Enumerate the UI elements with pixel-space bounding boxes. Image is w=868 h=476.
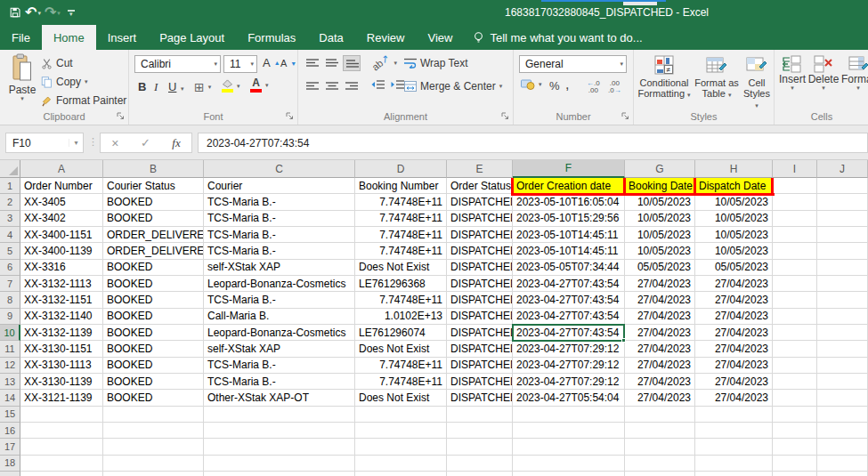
cell-I5[interactable] <box>773 243 817 259</box>
cell-I6[interactable] <box>773 260 817 276</box>
cell-C2[interactable]: TCS-Maria B.- <box>204 194 355 210</box>
cell-H1[interactable]: Dispatch Date <box>695 178 773 194</box>
cell-H17[interactable] <box>695 439 773 455</box>
cell-E13[interactable]: DISPATCHED <box>447 374 513 390</box>
cell-G8[interactable]: 27/04/2023 <box>625 292 695 308</box>
cell-D13[interactable]: 7.74748E+11 <box>355 374 447 390</box>
delete-cells-button[interactable]: Delete ▾ <box>808 55 839 91</box>
underline-caret-icon[interactable]: ▾ <box>181 86 184 92</box>
cell-D2[interactable]: 7.74748E+11 <box>355 194 447 210</box>
orientation-button[interactable]: ab↗ ▾ <box>371 57 397 69</box>
cell-A11[interactable]: XX-3130-1151 <box>20 341 103 357</box>
cell-F13[interactable]: 2023-04-27T07:29:12 <box>513 374 625 390</box>
cell-A15[interactable] <box>20 407 103 423</box>
cell-B4[interactable]: ORDER_DELIVERED <box>103 227 204 243</box>
font-name-combo[interactable]: Calibri▾ <box>134 55 221 73</box>
cell-I1[interactable] <box>773 178 817 194</box>
align-center-button[interactable] <box>323 78 341 94</box>
cell-E14[interactable]: DISPATCHED <box>447 390 513 406</box>
cell-B12[interactable]: BOOKED <box>103 358 204 374</box>
align-right-button[interactable] <box>343 78 361 94</box>
cell-G14[interactable]: 27/04/2023 <box>625 390 695 406</box>
row-header-7[interactable]: 7 <box>0 276 20 292</box>
row-header-14[interactable]: 14 <box>0 390 20 406</box>
cell-J4[interactable] <box>817 227 868 243</box>
row-header-4[interactable]: 4 <box>0 227 20 243</box>
align-middle-button[interactable] <box>323 55 341 71</box>
enter-icon[interactable]: ✓ <box>141 136 150 149</box>
cell-A19[interactable] <box>20 472 103 476</box>
insert-function-icon[interactable]: fx <box>172 136 180 150</box>
merge-center-button[interactable]: Merge & Center ▾ <box>404 80 502 93</box>
cell-G6[interactable]: 05/05/2023 <box>625 260 695 276</box>
tab-page-layout[interactable]: Page Layout <box>148 25 236 50</box>
cell-C10[interactable]: Leopard-Bonanza-Cosmetics <box>204 325 355 341</box>
cell-I10[interactable] <box>773 325 817 341</box>
tab-home[interactable]: Home <box>42 25 96 50</box>
tab-data[interactable]: Data <box>307 25 354 50</box>
cell-G7[interactable]: 27/04/2023 <box>625 276 695 292</box>
conditional-formatting-button[interactable]: ≠ ConditionalFormatting ▾ <box>636 54 693 99</box>
formula-input[interactable]: 2023-04-27T07:43:54 <box>198 133 868 153</box>
cell-A5[interactable]: XX-3400-1139 <box>20 243 103 259</box>
cell-B19[interactable] <box>103 472 204 476</box>
column-header-I[interactable]: I <box>773 160 817 178</box>
cell-E3[interactable]: DISPATCHED <box>447 211 513 227</box>
row-header-8[interactable]: 8 <box>0 292 20 308</box>
cell-C13[interactable]: TCS-Maria B.- <box>204 374 355 390</box>
cell-E15[interactable] <box>447 407 513 423</box>
cell-B1[interactable]: Courier Status <box>103 178 204 194</box>
cell-G15[interactable] <box>625 407 695 423</box>
undo-button[interactable]: ↶▾ <box>25 5 41 20</box>
cell-C7[interactable]: Leopard-Bonanza-Cosmetics <box>204 276 355 292</box>
cell-F9[interactable]: 2023-04-27T07:43:54 <box>513 309 625 325</box>
cell-I12[interactable] <box>773 358 817 374</box>
row-header-13[interactable]: 13 <box>0 374 20 390</box>
row-header-11[interactable]: 11 <box>0 341 20 357</box>
cell-D17[interactable] <box>355 439 447 455</box>
cell-I17[interactable] <box>773 439 817 455</box>
undo-caret-icon[interactable]: ▾ <box>37 10 41 16</box>
italic-button[interactable]: I <box>154 80 158 94</box>
cell-F15[interactable] <box>513 407 625 423</box>
tab-insert[interactable]: Insert <box>96 25 149 50</box>
cell-B14[interactable]: BOOKED <box>103 390 204 406</box>
column-header-E[interactable]: E <box>447 160 513 178</box>
cell-I8[interactable] <box>773 292 817 308</box>
cell-G10[interactable]: 27/04/2023 <box>625 325 695 341</box>
cell-J5[interactable] <box>817 243 868 259</box>
cell-C5[interactable]: TCS-Maria B.- <box>204 243 355 259</box>
cell-B8[interactable]: BOOKED <box>103 292 204 308</box>
cell-C15[interactable] <box>204 407 355 423</box>
align-top-button[interactable] <box>304 55 321 71</box>
cell-F6[interactable]: 2023-05-05T07:34:44 <box>513 260 625 276</box>
cell-I18[interactable] <box>773 456 817 472</box>
cell-A4[interactable]: XX-3400-1151 <box>20 227 103 243</box>
cell-I13[interactable] <box>773 374 817 390</box>
cell-F5[interactable]: 2023-05-10T14:45:11 <box>513 243 625 259</box>
cell-I14[interactable] <box>773 390 817 406</box>
cell-H15[interactable] <box>695 407 773 423</box>
cell-G1[interactable]: Booking Date <box>625 178 695 194</box>
cell-C16[interactable] <box>204 423 355 439</box>
number-dialog-launcher-icon[interactable] <box>621 112 629 120</box>
cell-D12[interactable]: 7.74748E+11 <box>355 358 447 374</box>
cell-J10[interactable] <box>817 325 868 341</box>
cell-styles-button[interactable]: CellStyles ▾ <box>741 54 773 109</box>
cell-B15[interactable] <box>103 407 204 423</box>
cell-B11[interactable]: BOOKED <box>103 341 204 357</box>
cell-I2[interactable] <box>773 194 817 210</box>
formula-bar-grip[interactable]: ⋮ <box>88 136 98 148</box>
align-left-button[interactable] <box>304 78 321 94</box>
cell-C3[interactable]: TCS-Maria B.- <box>204 211 355 227</box>
bold-button[interactable]: B <box>138 80 146 93</box>
underline-button[interactable]: U <box>168 80 176 93</box>
cell-J1[interactable] <box>817 178 868 194</box>
save-icon[interactable] <box>9 6 21 19</box>
cell-G4[interactable]: 10/05/2023 <box>625 227 695 243</box>
cell-J13[interactable] <box>817 374 868 390</box>
cell-G17[interactable] <box>625 439 695 455</box>
cell-I9[interactable] <box>773 309 817 325</box>
cell-J6[interactable] <box>817 260 868 276</box>
cell-J8[interactable] <box>817 292 868 308</box>
